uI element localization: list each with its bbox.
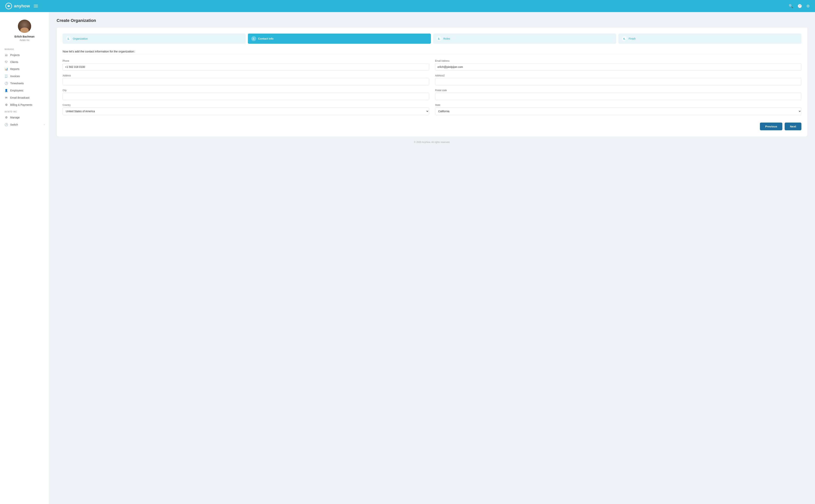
avatar-image xyxy=(18,20,31,33)
address-label: Address xyxy=(63,74,429,77)
employees-icon: 👤 xyxy=(5,89,8,92)
step-1-label: Organization xyxy=(73,37,88,40)
sidebar-item-timesheets[interactable]: 🕐 Timesheets xyxy=(0,80,49,87)
main-content: Create Organization 1. Organization 2. C… xyxy=(49,12,815,504)
sidebar-item-projects[interactable]: 🗂 Projects xyxy=(0,51,49,58)
layout: Erlich Bachman Aviato Inc MANAGE 🗂 Proje… xyxy=(0,12,815,504)
city-input[interactable] xyxy=(63,93,429,100)
settings-icon[interactable]: ⚙ xyxy=(806,4,810,8)
address-group: Address xyxy=(63,74,429,85)
sidebar-item-label: Invoices xyxy=(10,75,45,78)
previous-button[interactable]: Previous xyxy=(760,123,782,130)
sidebar-item-employees[interactable]: 👤 Employees xyxy=(0,87,49,94)
address-input[interactable] xyxy=(63,78,429,85)
timesheets-icon: 🕐 xyxy=(5,82,8,85)
form-actions: Previous Next xyxy=(63,123,801,130)
logo-text: anyhow xyxy=(14,4,30,8)
step-3-num: 3. xyxy=(437,36,442,41)
history-icon[interactable]: 🕐 xyxy=(797,4,802,8)
step-2-label: Contact Info xyxy=(258,37,273,40)
sidebar-item-clients[interactable]: 🛡 Clients xyxy=(0,58,49,65)
sidebar-item-billing[interactable]: ⚙ Billing & Payments xyxy=(0,101,49,108)
sidebar-item-email-broadcast[interactable]: ✉ Email Broadcast xyxy=(0,94,49,101)
sidebar-item-label: Billing & Payments xyxy=(10,103,45,106)
sidebar-item-label: Employees xyxy=(10,89,45,92)
form-divider xyxy=(63,54,801,54)
next-button[interactable]: Next xyxy=(785,123,801,130)
country-label: Country xyxy=(63,104,429,106)
header-left: anyhow xyxy=(5,3,38,9)
sidebar-item-label: Clients xyxy=(10,61,45,64)
city-group: City xyxy=(63,89,429,100)
state-label: State xyxy=(435,104,801,106)
clients-icon: 🛡 xyxy=(5,60,8,64)
step-4-num: 4. xyxy=(622,36,627,41)
postal-code-input[interactable] xyxy=(435,93,801,100)
state-group: State California New York Texas Florida … xyxy=(435,104,801,115)
step-1-num: 1. xyxy=(66,36,71,41)
phone-group: Phone xyxy=(63,60,429,71)
manage-section-label: MANAGE xyxy=(0,46,49,51)
step-contact-info[interactable]: 2. Contact Info xyxy=(248,34,431,44)
city-label: City xyxy=(63,89,429,92)
country-group: Country United States of America Canada … xyxy=(63,104,429,115)
logo-icon xyxy=(5,3,12,9)
projects-icon: 🗂 xyxy=(5,53,8,57)
step-roles[interactable]: 3. Roles xyxy=(433,34,616,44)
email-label: Email Address xyxy=(435,60,801,62)
sidebar-item-reports[interactable]: 📊 Reports xyxy=(0,65,49,73)
sidebar-item-label: Manage xyxy=(10,116,45,119)
manage-icon: ⚙ xyxy=(5,116,8,119)
hamburger-button[interactable] xyxy=(34,5,38,7)
sidebar-item-label: Email Broadcast xyxy=(10,96,45,99)
step-4-label: Finish xyxy=(629,37,636,40)
form-grid: Phone Email Address Address Address2 Cit xyxy=(63,60,801,115)
billing-icon: ⚙ xyxy=(5,103,8,107)
postal-code-group: Postal code xyxy=(435,89,801,100)
chevron-right-icon: › xyxy=(44,123,45,126)
sidebar-item-switch[interactable]: 🕐 Switch › xyxy=(0,121,49,128)
aviato-section-label: AVIATO INC xyxy=(0,108,49,114)
avatar xyxy=(18,20,31,33)
email-broadcast-icon: ✉ xyxy=(5,96,8,99)
page-title: Create Organization xyxy=(57,18,807,23)
search-icon[interactable]: 🔍 xyxy=(789,4,793,8)
email-input[interactable] xyxy=(435,63,801,71)
header: anyhow 🔍 🕐 ⚙ xyxy=(0,0,815,12)
country-select[interactable]: United States of America Canada United K… xyxy=(63,107,429,115)
phone-input[interactable] xyxy=(63,63,429,71)
address2-label: Address2 xyxy=(435,74,801,77)
step-3-label: Roles xyxy=(443,37,450,40)
email-group: Email Address xyxy=(435,60,801,71)
invoices-icon: 🧾 xyxy=(5,74,8,78)
footer: © 2020 AnyHow. All rights reserved. xyxy=(57,136,807,148)
step-organization[interactable]: 1. Organization xyxy=(63,34,246,44)
switch-icon: 🕐 xyxy=(5,123,8,126)
form-description: Now let's add the contact information fo… xyxy=(63,50,801,53)
state-select[interactable]: California New York Texas Florida Illino… xyxy=(435,107,801,115)
sidebar-profile: Erlich Bachman Aviato Inc xyxy=(0,17,49,46)
header-right: 🔍 🕐 ⚙ xyxy=(789,4,810,8)
steps-nav: 1. Organization 2. Contact Info 3. Roles… xyxy=(63,34,801,44)
sidebar-item-label: Reports xyxy=(10,68,45,71)
sidebar-item-invoices[interactable]: 🧾 Invoices xyxy=(0,73,49,80)
sidebar-item-manage[interactable]: ⚙ Manage xyxy=(0,114,49,121)
logo[interactable]: anyhow xyxy=(5,3,30,9)
postal-code-label: Postal code xyxy=(435,89,801,92)
address2-group: Address2 xyxy=(435,74,801,85)
sidebar-item-label: Switch xyxy=(10,123,41,126)
sidebar: Erlich Bachman Aviato Inc MANAGE 🗂 Proje… xyxy=(0,12,49,504)
step-finish[interactable]: 4. Finish xyxy=(618,34,801,44)
address2-input[interactable] xyxy=(435,78,801,85)
profile-company: Aviato Inc xyxy=(20,39,29,41)
reports-icon: 📊 xyxy=(5,67,8,71)
step-2-num: 2. xyxy=(251,36,256,41)
sidebar-item-label: Projects xyxy=(10,54,45,57)
profile-name: Erlich Bachman xyxy=(15,35,35,38)
footer-text: © 2020 AnyHow. All rights reserved. xyxy=(414,141,450,143)
create-org-card: 1. Organization 2. Contact Info 3. Roles… xyxy=(57,28,807,136)
sidebar-item-label: Timesheets xyxy=(10,82,45,85)
phone-label: Phone xyxy=(63,60,429,62)
